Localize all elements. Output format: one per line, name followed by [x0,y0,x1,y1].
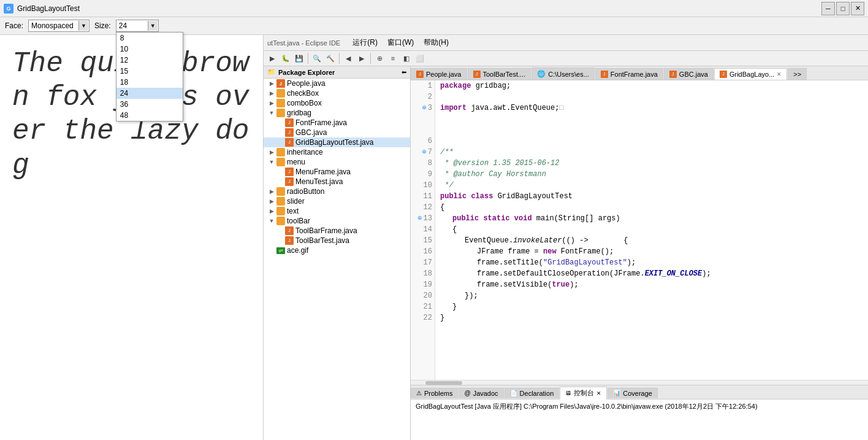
list-item[interactable]: J MenuFrame.java [264,167,410,177]
code-line-5 [440,125,863,136]
tab-overflow[interactable]: >> [788,68,807,80]
code-line-9: * @author Cay Horstmann [440,169,863,180]
tb-build[interactable]: 🔨 [324,52,337,64]
tab-javadoc[interactable]: @ Javadoc [459,388,503,398]
list-item[interactable]: ▶ J People.java [264,79,410,88]
gutter-line: 22 [411,312,432,323]
face-label: Face: [5,21,23,30]
console-close-icon[interactable]: ✕ [596,390,601,396]
horizontal-scrollbar[interactable] [411,380,868,385]
list-item[interactable]: ▼ gridbag [264,108,410,118]
code-line-11: public class GridBagLayoutTest [440,191,863,202]
code-line-16: JFrame frame = new FontFrame(); [440,246,863,257]
tb-run[interactable]: ▶ [266,52,278,64]
gutter-line: 19 [411,279,432,290]
list-item[interactable]: J ToolBarFrame.java [264,226,410,236]
tab-console[interactable]: 🖥 控制台 ✕ [560,387,607,399]
gutter-line [411,125,432,136]
item-label: ToolBarFrame.java [295,226,357,235]
code-line-20: }); [440,290,863,301]
list-item[interactable]: ▶ text [264,206,410,216]
list-item[interactable]: ▶ radioButton [264,187,410,196]
package-icon [276,217,285,225]
explorer-minimize[interactable]: ⬅ [402,69,406,75]
tab-users-es[interactable]: 🌐 C:\Users\es... [531,68,595,80]
tb-btn-extra4[interactable]: ⬜ [414,52,426,64]
tab-label: FontFrame.java [611,71,658,78]
package-icon [276,109,285,117]
tb-search[interactable]: 🔍 [311,52,323,64]
list-item[interactable]: ▶ slider [264,196,410,206]
menu-help[interactable]: 帮助(H) [419,36,454,49]
item-label: slider [287,197,305,206]
size-option-15[interactable]: 15 [116,66,183,77]
gutter-line: ⊕7 [411,147,432,158]
list-item[interactable]: ▼ menu [264,157,410,167]
tab-java-icon: J [669,71,677,78]
minimize-button[interactable]: ─ [821,2,835,15]
list-item[interactable]: J ToolBarTest.java [264,236,410,245]
tab-toolbartest[interactable]: J ToolBarTest.... [468,68,531,80]
tab-declaration[interactable]: 📄 Declaration [504,388,560,398]
tab-fontframe[interactable]: J FontFrame.java [595,68,663,80]
list-item[interactable]: ▶ inheritance [264,147,410,157]
title-bar-controls: ─ □ ✕ [821,2,864,15]
face-select[interactable]: Monospaced Serif SansSerif [28,20,89,32]
tab-gridbaglayout[interactable]: J GridBagLayo... ✕ [714,68,787,80]
toolbar-sep-3 [370,53,371,64]
size-option-48[interactable]: 48 [116,110,183,121]
menu-window[interactable]: 窗口(W) [383,36,419,49]
gutter-line: 20 [411,290,432,301]
code-line-13: public static void main(String[] args) [440,213,863,224]
package-icon [276,99,285,107]
package-icon [276,207,285,215]
tb-save[interactable]: 💾 [293,52,305,64]
gutter-line: 2 [411,91,432,102]
list-item[interactable]: J MenuTest.java [264,177,410,187]
tb-btn-extra1[interactable]: ⊕ [373,52,386,64]
size-option-36[interactable]: 36 [116,99,183,110]
face-select-wrapper: Monospaced Serif SansSerif ▼ [28,20,89,32]
tab-label: Declaration [520,390,554,397]
list-item[interactable]: ▶ comboBox [264,98,410,108]
declaration-icon: 📄 [510,390,517,396]
gutter-line [411,114,432,125]
tb-btn-extra3[interactable]: ◧ [400,52,413,64]
tb-back[interactable]: ◀ [342,52,354,64]
package-icon [276,197,285,206]
maximize-button[interactable]: □ [836,2,850,15]
list-item[interactable]: gif ace.gif [264,245,410,255]
close-button[interactable]: ✕ [851,2,864,15]
collapse-arrow: ▶ [268,90,275,96]
app-icon: G [4,4,13,14]
list-item[interactable]: ▼ toolBar [264,216,410,226]
tab-people-java[interactable]: J People.java [411,68,467,80]
code-content[interactable]: package gridbag; import java.awt.EventQu… [435,80,868,380]
tab-label: 控制台 [574,388,594,398]
size-option-8[interactable]: 8 [116,33,183,44]
menu-run[interactable]: 运行(R) [348,36,383,49]
size-option-10[interactable]: 10 [116,44,183,55]
tab-close-icon[interactable]: ✕ [777,71,782,77]
gutter-line: 6 [411,136,432,147]
code-line-2 [440,91,863,102]
collapse-arrow: ▶ [268,198,275,204]
tb-btn-extra2[interactable]: ≡ [387,52,399,64]
code-line-15: EventQueue.invokeLater(() -> { [440,235,863,246]
gutter-line: 1 [411,80,432,91]
tab-coverage[interactable]: 📊 Coverage [607,388,658,398]
font-controls-bar: Face: Monospaced Serif SansSerif ▼ Size:… [0,17,868,35]
size-option-18[interactable]: 18 [116,77,183,88]
list-item[interactable]: J GBC.java [264,128,410,137]
size-input[interactable] [116,20,159,32]
tab-problems[interactable]: ⚠ Problems [411,388,458,398]
list-item[interactable]: ▶ checkBox [264,88,410,98]
tb-forward[interactable]: ▶ [356,52,368,64]
tab-gbc[interactable]: J GBC.java [664,68,714,80]
list-item[interactable]: J FontFrame.java [264,118,410,128]
collapse-arrow: ▼ [268,159,275,165]
size-option-12[interactable]: 12 [116,55,183,66]
list-item[interactable]: J GridBagLayoutTest.java [264,137,410,147]
size-option-24[interactable]: 24 [116,88,183,99]
tb-debug[interactable]: 🐛 [280,52,292,64]
